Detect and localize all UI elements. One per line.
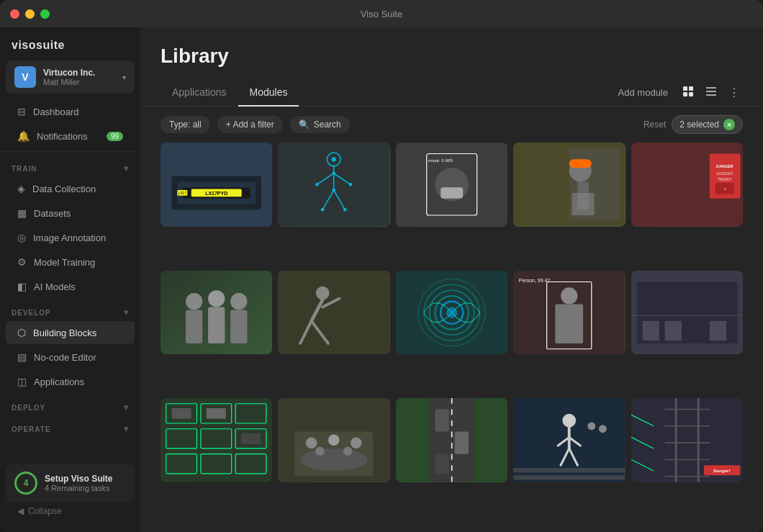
add-filter-button[interactable]: + Add a filter — [217, 116, 283, 133]
tabs: Applications Modules — [161, 79, 299, 106]
svg-text:LOCKOUT: LOCKOUT — [716, 172, 733, 176]
svg-point-118 — [599, 425, 607, 433]
svg-point-27 — [321, 208, 325, 212]
module-card-meeting[interactable] — [278, 398, 389, 482]
selected-count: 2 selected — [680, 120, 719, 130]
list-view-button[interactable] — [703, 83, 720, 103]
section-toggle-deploy[interactable]: ▾ — [124, 402, 129, 412]
sidebar-item-data-collection[interactable]: ◈ Data Collection — [6, 177, 135, 200]
page-header: Library — [140, 27, 763, 79]
window-title: Viso Suite — [361, 9, 402, 19]
module-card-warehouse[interactable] — [631, 271, 743, 355]
sidebar-item-label: AI Models — [34, 281, 76, 292]
module-card-people[interactable] — [161, 271, 272, 355]
tab-applications[interactable]: Applications — [161, 79, 238, 107]
window-controls — [10, 9, 50, 19]
sidebar-item-label: No-code Editor — [34, 352, 96, 363]
reset-button[interactable]: Reset — [644, 120, 666, 130]
section-toggle-train[interactable]: ▾ — [124, 163, 129, 173]
svg-rect-5 — [706, 91, 716, 92]
sidebar-item-applications[interactable]: ◫ Applications — [6, 370, 135, 393]
svg-rect-54 — [230, 310, 247, 343]
collapse-row[interactable]: ◀ Collapse — [6, 502, 135, 520]
sidebar-item-notifications[interactable]: 🔔 Notifications 99 — [6, 125, 135, 148]
grid-view-button[interactable] — [680, 83, 697, 103]
maximize-button[interactable] — [40, 9, 50, 19]
search-button[interactable]: 🔍 Search — [290, 116, 350, 133]
module-card-worker[interactable] — [278, 271, 389, 355]
main-content: Library Applications Modules Add module … — [140, 27, 763, 532]
svg-point-51 — [208, 290, 225, 307]
setup-card[interactable]: 4 Setup Viso Suite 4 Remaining tasks — [6, 464, 135, 502]
more-options-button[interactable]: ⋮ — [726, 83, 743, 102]
avatar: V — [14, 66, 36, 88]
module-card-face-mask[interactable]: mask: 0.985 — [396, 143, 507, 227]
building-blocks-icon: ⬡ — [17, 327, 26, 338]
module-card-hardhat[interactable] — [513, 143, 625, 227]
user-name: Matt Miller — [43, 78, 115, 86]
section-header-operate: OPERATE ▾ — [0, 415, 140, 437]
sidebar-item-label: Data Collection — [32, 184, 96, 194]
svg-point-96 — [300, 448, 367, 471]
module-card-car-lp[interactable]: LX17PYD LX17 — [161, 143, 272, 227]
module-card-highway[interactable] — [396, 398, 507, 482]
module-card-railway[interactable]: Danger! — [631, 398, 743, 482]
module-card-pedestrian[interactable] — [513, 398, 625, 482]
section-toggle-develop[interactable]: ▾ — [124, 307, 129, 317]
applications-icon: ◫ — [17, 376, 27, 387]
clear-selection-button[interactable]: ✕ — [723, 119, 735, 130]
sidebar-item-label: Dashboard — [33, 107, 79, 117]
module-card-parking[interactable] — [161, 398, 272, 482]
module-card-skeleton[interactable] — [278, 143, 389, 227]
svg-rect-3 — [689, 92, 693, 96]
close-button[interactable] — [10, 9, 19, 19]
section-header-deploy: DEPLOY ▾ — [0, 394, 140, 415]
sidebar-item-ai-models[interactable]: ◧ AI Models — [6, 275, 135, 298]
module-card-danger[interactable]: DANGER LOCKOUT TAGOUT ⚠ — [631, 143, 743, 227]
selected-count-pill: 2 selected ✕ — [672, 115, 743, 134]
svg-rect-78 — [664, 321, 681, 341]
svg-text:LX17: LX17 — [179, 191, 186, 195]
section-toggle-operate[interactable]: ▾ — [124, 424, 129, 434]
svg-point-101 — [343, 447, 352, 456]
svg-rect-2 — [683, 92, 687, 96]
tabs-actions: Add module ⋮ — [613, 83, 743, 103]
svg-rect-105 — [435, 410, 448, 432]
svg-text:LX17PYD: LX17PYD — [205, 191, 227, 196]
svg-rect-91 — [172, 408, 191, 419]
module-grid: LX17PYD LX17 — [140, 143, 763, 532]
setup-subtitle: 4 Remaining tasks — [45, 484, 112, 492]
svg-rect-61 — [278, 271, 389, 355]
svg-rect-107 — [435, 454, 448, 474]
svg-point-117 — [588, 423, 596, 430]
svg-point-22 — [332, 157, 336, 161]
svg-rect-79 — [709, 321, 726, 341]
sidebar-item-datasets[interactable]: ▦ Datasets — [6, 202, 135, 225]
type-filter-chip[interactable]: Type: all — [161, 116, 210, 133]
sidebar-item-image-annotation[interactable]: ◎ Image Annotation — [6, 226, 135, 249]
svg-point-28 — [343, 208, 347, 212]
module-card-thermal[interactable] — [396, 271, 507, 355]
account-switcher[interactable]: V Virtucon Inc. Matt Miller ▾ — [6, 60, 135, 94]
sidebar-footer: 4 Setup Viso Suite 4 Remaining tasks ◀ C… — [0, 459, 140, 526]
sidebar-item-building-blocks[interactable]: ⬡ Building Blocks — [6, 321, 135, 344]
svg-point-98 — [328, 435, 340, 446]
company-name: Virtucon Inc. — [43, 68, 115, 78]
sidebar-item-model-training[interactable]: ⚙ Model Training — [6, 251, 135, 274]
logo-area: visosuite — [0, 27, 140, 60]
minimize-button[interactable] — [25, 9, 35, 19]
editor-icon: ▤ — [17, 351, 27, 363]
setup-title: Setup Viso Suite — [45, 474, 112, 484]
bell-icon: 🔔 — [17, 130, 30, 142]
datasets-icon: ▦ — [17, 207, 27, 219]
add-module-button[interactable]: Add module — [613, 84, 674, 101]
module-card-person-detection[interactable]: Person, 99.42 — [513, 271, 625, 355]
tab-modules[interactable]: Modules — [238, 79, 299, 107]
sidebar-item-label: Image Annotation — [33, 233, 106, 243]
sidebar-item-no-code-editor[interactable]: ▤ No-code Editor — [6, 346, 135, 369]
data-collection-icon: ◈ — [17, 183, 25, 194]
setup-info: Setup Viso Suite 4 Remaining tasks — [45, 474, 112, 492]
sidebar-item-dashboard[interactable]: ⊟ Dashboard — [6, 100, 135, 123]
annotation-icon: ◎ — [17, 232, 26, 243]
svg-point-99 — [351, 438, 362, 449]
